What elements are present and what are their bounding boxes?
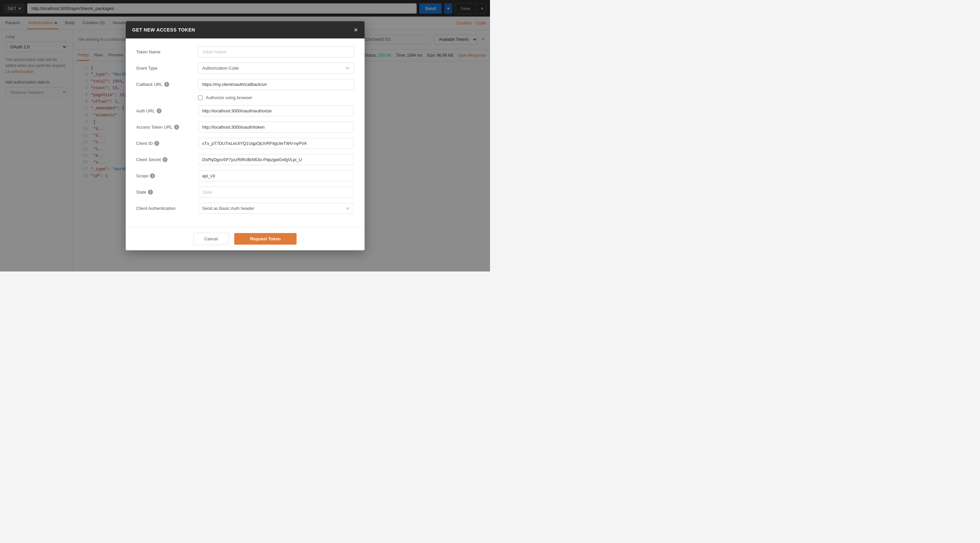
- access-token-url-label: Access Token URL i: [136, 125, 193, 130]
- grant-type-row: Grant Type Authorization Code: [136, 63, 354, 74]
- client-secret-input[interactable]: [198, 154, 354, 165]
- auth-url-info-icon: i: [157, 108, 162, 113]
- modal-dialog: GET NEW ACCESS TOKEN × Token Name Grant …: [126, 21, 364, 250]
- request-token-button[interactable]: Request Token: [234, 233, 297, 245]
- access-token-url-row: Access Token URL i: [136, 122, 354, 133]
- modal-footer: Cancel Request Token: [126, 227, 364, 250]
- client-auth-select[interactable]: Send as Basic Auth header: [198, 203, 354, 214]
- scope-label: Scope i: [136, 173, 193, 178]
- grant-type-label: Grant Type: [136, 66, 193, 71]
- client-id-label: Client ID i: [136, 141, 193, 146]
- authorize-browser-checkbox[interactable]: [198, 95, 203, 100]
- modal-header: GET NEW ACCESS TOKEN ×: [126, 21, 364, 38]
- modal-overlay: GET NEW ACCESS TOKEN × Token Name Grant …: [0, 0, 490, 272]
- state-row: State i: [136, 187, 354, 198]
- scope-row: Scope i: [136, 170, 354, 181]
- cancel-button[interactable]: Cancel: [193, 233, 229, 245]
- auth-url-input[interactable]: [198, 105, 354, 116]
- state-input[interactable]: [198, 187, 354, 198]
- callback-url-input[interactable]: [198, 79, 354, 90]
- state-label: State i: [136, 190, 193, 195]
- token-name-input[interactable]: [198, 46, 354, 57]
- client-auth-label: Client Authentication: [136, 206, 193, 211]
- token-name-row: Token Name: [136, 46, 354, 57]
- modal-title: GET NEW ACCESS TOKEN: [132, 27, 196, 32]
- modal-body: Token Name Grant Type Authorization Code…: [126, 38, 364, 227]
- grant-type-select[interactable]: Authorization Code: [198, 63, 354, 74]
- client-id-row: Client ID i: [136, 138, 354, 149]
- client-auth-row: Client Authentication Send as Basic Auth…: [136, 203, 354, 214]
- callback-url-row: Callback URL i: [136, 79, 354, 90]
- authorize-browser-label: Authorize using browser: [206, 95, 252, 100]
- client-id-info-icon: i: [154, 141, 159, 146]
- callback-url-info-icon: i: [164, 82, 169, 87]
- client-secret-row: Client Secret i: [136, 154, 354, 165]
- state-info-icon: i: [148, 190, 153, 195]
- scope-info-icon: i: [150, 173, 155, 178]
- auth-url-row: Auth URL i: [136, 105, 354, 116]
- client-secret-label: Client Secret i: [136, 157, 193, 162]
- token-name-label: Token Name: [136, 49, 193, 54]
- modal-close-button[interactable]: ×: [354, 27, 358, 33]
- callback-url-label: Callback URL i: [136, 82, 193, 87]
- client-id-input[interactable]: [198, 138, 354, 149]
- client-secret-info-icon: i: [162, 157, 167, 162]
- access-token-url-info-icon: i: [174, 125, 179, 130]
- authorize-browser-row: Authorize using browser: [198, 95, 354, 100]
- auth-url-label: Auth URL i: [136, 108, 193, 113]
- scope-input[interactable]: [198, 170, 354, 181]
- access-token-url-input[interactable]: [198, 122, 354, 133]
